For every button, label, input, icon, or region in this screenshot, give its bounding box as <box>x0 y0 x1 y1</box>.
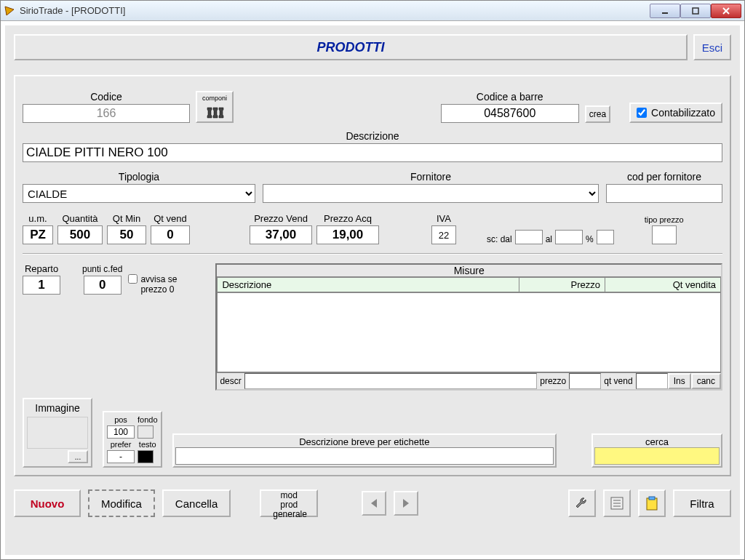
misure-col-descr: Descrizione <box>218 278 519 292</box>
descrizione-input[interactable] <box>23 143 722 162</box>
arrow-right-icon <box>400 497 412 509</box>
componi-button[interactable]: componi <box>196 91 234 123</box>
pos-panel: pos fondo prefer testo <box>103 411 162 468</box>
svg-rect-2 <box>693 8 698 14</box>
minimize-button[interactable] <box>650 4 680 18</box>
list-icon <box>609 495 625 511</box>
list-button[interactable] <box>603 489 631 517</box>
modifica-button[interactable]: Modifica <box>88 489 155 517</box>
descr-etichette-input[interactable] <box>175 447 554 465</box>
next-button[interactable] <box>394 491 418 516</box>
cerca-input[interactable] <box>594 447 720 465</box>
window: SirioTrade - [PRODOTTI] PRODOTTI Esci Co… <box>0 0 745 560</box>
prezzo-vend-input[interactable] <box>250 225 312 244</box>
cancella-button[interactable]: Cancella <box>162 489 231 517</box>
sc-dal-input[interactable] <box>515 230 543 244</box>
clipboard-icon <box>644 495 660 511</box>
fondo-swatch[interactable] <box>138 425 154 439</box>
window-controls <box>650 4 741 18</box>
svg-marker-0 <box>5 7 14 15</box>
punti-input[interactable] <box>84 276 121 295</box>
wrench-button[interactable] <box>568 489 596 517</box>
page-title: PRODOTTI <box>317 40 385 55</box>
app-icon <box>4 5 15 17</box>
titlebar-text: SirioTrade - [PRODOTTI] <box>20 5 650 16</box>
svg-rect-12 <box>649 497 655 500</box>
tipologia-select[interactable]: CIALDE <box>23 184 255 203</box>
qtmin-input[interactable] <box>107 225 146 244</box>
footer-toolbar: Nuovo Modifica Cancella mod prod general… <box>14 489 731 517</box>
tipoprezzo-input[interactable] <box>652 225 677 244</box>
close-button[interactable] <box>711 4 741 18</box>
wrench-icon <box>574 495 590 511</box>
maximize-button[interactable] <box>680 4 711 18</box>
quantita-input[interactable] <box>57 225 103 244</box>
misure-col-prezzo: Prezzo <box>519 278 605 292</box>
immagine-panel: Immagine ... <box>23 398 92 468</box>
qtvend-input[interactable] <box>151 225 190 244</box>
prefer-input[interactable] <box>107 450 135 463</box>
codice-input[interactable] <box>23 104 190 123</box>
svg-marker-6 <box>403 499 409 508</box>
avvisa-checkbox[interactable] <box>128 274 138 284</box>
barcode-label: Codice a barre <box>441 91 579 104</box>
misure-canc-button[interactable]: canc <box>691 373 721 389</box>
filtra-button[interactable]: Filtra <box>673 489 731 517</box>
misure-qtvend-input[interactable] <box>636 373 668 389</box>
clipboard-button[interactable] <box>638 489 666 517</box>
iva-input[interactable] <box>431 225 456 244</box>
misure-col-qt: Qt vendita <box>605 278 720 292</box>
immagine-browse-button[interactable]: ... <box>68 450 88 463</box>
tipologia-label: Tipologia <box>23 171 255 184</box>
descrizione-label: Descrizione <box>23 130 722 143</box>
cerca-panel: cerca <box>591 433 722 468</box>
misure-descr-input[interactable] <box>244 373 538 389</box>
arrow-left-icon <box>368 497 380 509</box>
prev-button[interactable] <box>362 491 386 516</box>
sc-pct-input[interactable] <box>597 230 614 244</box>
sc-al-input[interactable] <box>555 230 583 244</box>
prezzo-acq-input[interactable] <box>316 225 379 244</box>
main-panel: Codice componi Codice a barre crea Conta… <box>14 75 731 476</box>
modprod-button[interactable]: mod prod generale <box>260 489 318 517</box>
fornitore-label: Fornitore <box>263 171 599 184</box>
misure-title: Misure <box>217 265 721 277</box>
immagine-preview <box>27 417 88 449</box>
fornitore-select[interactable] <box>263 184 599 203</box>
um-input[interactable] <box>23 225 53 244</box>
descr-etichette-panel: Descrizione breve per etichette <box>172 433 557 468</box>
codfornitore-label: cod per fornitore <box>606 171 722 184</box>
page-title-bar: PRODOTTI <box>14 34 688 60</box>
testo-swatch[interactable] <box>138 450 154 463</box>
misure-prezzo-input[interactable] <box>569 373 601 389</box>
codice-label: Codice <box>23 91 190 104</box>
misure-panel: Misure Descrizione Prezzo Qt vendita des… <box>215 263 722 391</box>
codfornitore-input[interactable] <box>606 184 722 203</box>
barcode-input[interactable] <box>441 104 579 123</box>
contabilizzato-input[interactable] <box>637 108 647 118</box>
exit-button[interactable]: Esci <box>693 34 731 60</box>
chess-icon <box>204 102 225 119</box>
titlebar: SirioTrade - [PRODOTTI] <box>1 1 744 21</box>
reparto-input[interactable] <box>23 276 60 295</box>
nuovo-button[interactable]: Nuovo <box>14 489 81 517</box>
crea-button[interactable]: crea <box>585 105 610 123</box>
content: PRODOTTI Esci Codice componi Codice a ba… <box>1 21 744 559</box>
misure-body[interactable] <box>217 292 721 372</box>
pos-input[interactable] <box>107 425 135 439</box>
contabilizzato-checkbox[interactable]: Contabilizzato <box>629 103 722 123</box>
svg-marker-5 <box>371 499 377 508</box>
misure-ins-button[interactable]: Ins <box>668 373 691 389</box>
